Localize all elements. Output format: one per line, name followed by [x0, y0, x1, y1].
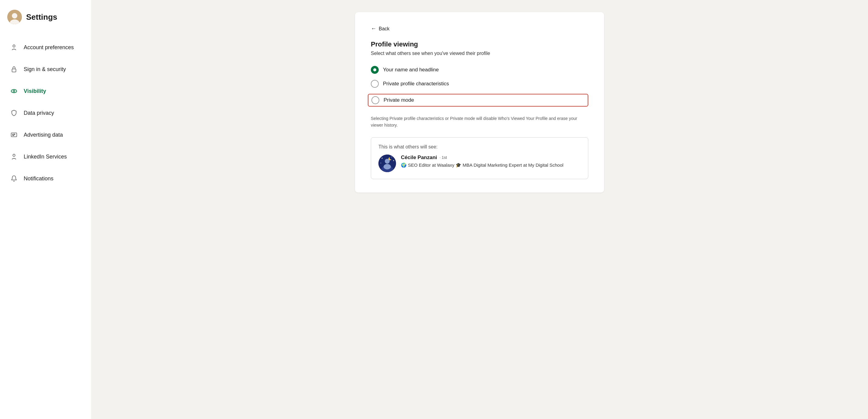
sidebar-item-label: Sign in & security	[24, 66, 66, 72]
sidebar-item-label: LinkedIn Services	[24, 154, 67, 160]
radio-circle-private-characteristics	[371, 80, 379, 88]
radio-option-private-mode[interactable]: Private mode	[368, 94, 588, 106]
profile-badge: · 1st	[439, 155, 447, 160]
sidebar-item-label: Notifications	[24, 175, 54, 182]
ad-icon	[10, 131, 18, 139]
svg-point-17	[380, 163, 381, 163]
content-card: ← Back Profile viewing Select what other…	[355, 12, 604, 193]
section-subtitle: Select what others see when you've viewe…	[371, 51, 588, 56]
back-label: Back	[379, 26, 390, 32]
sidebar-item-account-preferences[interactable]: Account preferences	[7, 36, 91, 58]
svg-point-15	[392, 157, 392, 157]
svg-point-13	[383, 164, 391, 169]
radio-circle-name-headline	[371, 66, 379, 74]
services-icon	[10, 153, 18, 161]
radio-label-name-headline: Your name and headline	[383, 67, 439, 73]
svg-point-8	[13, 154, 15, 156]
sidebar-item-notifications[interactable]: Notifications	[7, 168, 91, 190]
shield-icon	[10, 109, 18, 117]
sidebar-item-advertising-data[interactable]: Advertising data	[7, 124, 91, 146]
sidebar-nav: Account preferences Sign in & security V…	[7, 36, 91, 190]
svg-point-16	[393, 160, 394, 161]
svg-point-3	[13, 45, 15, 47]
svg-rect-4	[12, 69, 16, 72]
helper-text: Selecting Private profile characteristic…	[371, 115, 588, 129]
svg-point-1	[12, 13, 17, 19]
sidebar-item-visibility[interactable]: Visibility	[7, 80, 91, 102]
profile-name: Cécile Panzani	[401, 155, 437, 161]
section-title: Profile viewing	[371, 40, 588, 48]
radio-label-private-mode: Private mode	[383, 97, 414, 103]
sidebar-item-label: Advertising data	[24, 132, 63, 138]
preview-label: This is what others will see:	[378, 144, 581, 150]
svg-point-5	[11, 90, 17, 93]
back-arrow-icon: ←	[371, 26, 376, 32]
sidebar-header: Settings	[7, 10, 91, 24]
radio-circle-private-mode	[371, 96, 379, 104]
svg-point-14	[382, 158, 383, 159]
svg-point-6	[13, 90, 15, 92]
profile-preview: Cécile Panzani · 1st 🌍 SEO Editor at Waa…	[378, 155, 581, 172]
preview-box: This is what others will see:	[371, 137, 588, 179]
profile-avatar	[378, 155, 396, 172]
avatar	[7, 10, 22, 24]
sidebar-item-sign-in-security[interactable]: Sign in & security	[7, 58, 91, 80]
radio-label-private-characteristics: Private profile characteristics	[383, 81, 449, 87]
sidebar-item-label: Data privacy	[24, 110, 54, 116]
sidebar-title: Settings	[26, 12, 57, 22]
lock-icon	[10, 65, 18, 73]
person-icon	[10, 43, 18, 52]
profile-name-row: Cécile Panzani · 1st	[401, 155, 563, 161]
radio-option-private-characteristics[interactable]: Private profile characteristics	[371, 80, 588, 88]
eye-icon	[10, 87, 18, 95]
radio-option-name-headline[interactable]: Your name and headline	[371, 66, 588, 74]
sidebar-item-label: Account preferences	[24, 44, 74, 51]
bell-icon	[10, 174, 18, 183]
sidebar: Settings Account preferences Sign in & s…	[0, 0, 91, 419]
main-content: ← Back Profile viewing Select what other…	[91, 0, 868, 419]
sidebar-item-data-privacy[interactable]: Data privacy	[7, 102, 91, 124]
radio-group: Your name and headline Private profile c…	[371, 66, 588, 106]
sidebar-item-label: Visibility	[24, 88, 46, 94]
sidebar-item-linkedin-services[interactable]: LinkedIn Services	[7, 146, 91, 168]
profile-info: Cécile Panzani · 1st 🌍 SEO Editor at Waa…	[401, 155, 563, 169]
back-button[interactable]: ← Back	[371, 26, 390, 32]
profile-headline: 🌍 SEO Editor at Waalaxy 🎓 MBA Digital Ma…	[401, 162, 563, 169]
svg-point-19	[390, 157, 392, 159]
